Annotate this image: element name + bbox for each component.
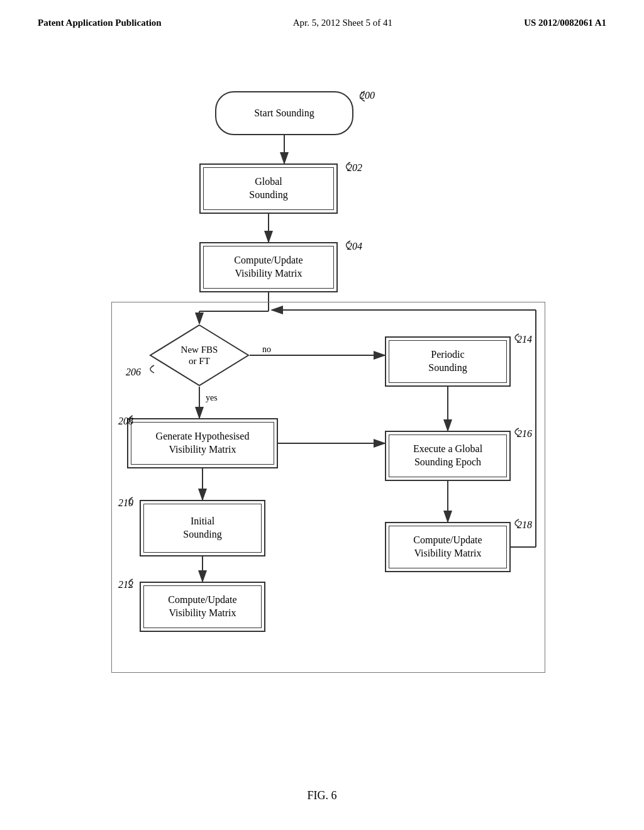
node-compute-update-212: Compute/Update Visibility Matrix: [140, 582, 265, 632]
node-compute-update-204: Compute/Update Visibility Matrix: [199, 242, 338, 292]
node-diamond-206: New FBS or FT: [149, 324, 250, 387]
ref-bracket-216: [509, 427, 522, 437]
ref-bracket-210: [123, 496, 136, 506]
ref-bracket-214: [509, 333, 522, 343]
node-global-sounding-label: Global Sounding: [249, 175, 287, 202]
node-start-sounding-label: Start Sounding: [254, 107, 314, 120]
node-global-sounding: Global Sounding: [199, 163, 338, 214]
node-216-label: Execute a Global Sounding Epoch: [413, 443, 482, 469]
node-compute-update-218: Compute/Update Visibility Matrix: [385, 522, 511, 572]
node-208-label: Generate Hypothesised Visibility Matrix: [156, 430, 250, 456]
publication-number: US 2012/0082061 A1: [524, 18, 606, 28]
figure-caption: FIG. 6: [0, 789, 644, 802]
node-periodic-sounding: Periodic Sounding: [385, 336, 511, 387]
node-execute-global: Execute a Global Sounding Epoch: [385, 431, 511, 481]
ref-bracket-212: [123, 578, 136, 588]
node-206-label: New FBS or FT: [181, 344, 218, 367]
node-compute-204-label: Compute/Update Visibility Matrix: [234, 254, 303, 280]
ref-bracket-208: [123, 414, 136, 424]
node-generate-hyp: Generate Hypothesised Visibility Matrix: [127, 418, 278, 468]
node-initial-sounding: Initial Sounding: [140, 500, 265, 556]
publication-title: Patent Application Publication: [38, 18, 162, 28]
ref-bracket-204: [339, 240, 355, 251]
node-206-ref: 206: [126, 367, 141, 378]
ref-bracket-206: [145, 364, 157, 374]
flowchart-diagram: Start Sounding 200 Global Sounding 202 C…: [77, 53, 567, 777]
yes-label: yes: [206, 393, 218, 403]
ref-bracket-202: [339, 161, 355, 172]
node-218-label: Compute/Update Visibility Matrix: [413, 534, 482, 560]
node-214-label: Periodic Sounding: [428, 348, 467, 375]
ref-bracket-218: [509, 518, 522, 528]
no-label: no: [262, 345, 271, 355]
node-210-label: Initial Sounding: [183, 515, 221, 541]
node-start-sounding: Start Sounding: [215, 91, 353, 135]
page-header: Patent Application Publication Apr. 5, 2…: [0, 0, 644, 28]
node-212-label: Compute/Update Visibility Matrix: [168, 594, 236, 620]
ref-bracket-200: [352, 90, 371, 102]
publication-date-sheet: Apr. 5, 2012 Sheet 5 of 41: [293, 18, 392, 28]
